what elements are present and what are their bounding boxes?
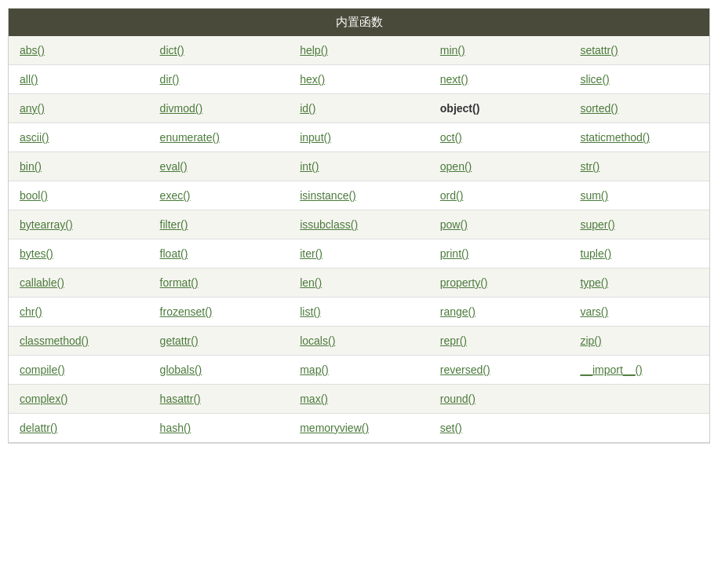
function-link[interactable]: range()	[440, 305, 476, 318]
table-cell: zip()	[569, 327, 709, 356]
function-link[interactable]: bool()	[20, 189, 48, 202]
function-link[interactable]: abs()	[20, 44, 45, 57]
function-link[interactable]: pow()	[440, 218, 468, 231]
function-link[interactable]: all()	[20, 73, 38, 86]
function-link[interactable]: max()	[300, 393, 328, 405]
table-cell: str()	[569, 152, 709, 181]
table-cell: locals()	[289, 327, 429, 356]
function-link[interactable]: __import__()	[580, 363, 642, 376]
function-link[interactable]: delattr()	[20, 422, 57, 434]
function-link[interactable]: bin()	[20, 160, 42, 173]
table-cell: staticmethod()	[569, 123, 709, 152]
table-cell: abs()	[9, 36, 149, 65]
function-link[interactable]: sum()	[580, 189, 608, 202]
table-cell: oct()	[429, 123, 570, 152]
function-link[interactable]: frozenset()	[160, 305, 213, 318]
function-link[interactable]: dir()	[160, 73, 180, 86]
table-cell: super()	[569, 210, 709, 239]
function-link[interactable]: chr()	[20, 305, 42, 318]
function-link[interactable]: getattr()	[160, 334, 199, 347]
function-link[interactable]: exec()	[160, 189, 191, 202]
table-cell: enumerate()	[149, 123, 290, 152]
table-cell: hasattr()	[149, 385, 290, 414]
function-link[interactable]: locals()	[300, 334, 335, 347]
table-cell: int()	[289, 152, 429, 181]
function-link[interactable]: vars()	[580, 305, 608, 318]
function-link[interactable]: super()	[580, 218, 614, 231]
function-link[interactable]: hash()	[160, 422, 191, 434]
function-link[interactable]: compile()	[20, 363, 65, 376]
table-cell: next()	[429, 65, 570, 94]
function-link[interactable]: reversed()	[440, 363, 490, 376]
table-cell: bytearray()	[9, 210, 149, 239]
function-link[interactable]: input()	[300, 131, 331, 144]
function-link[interactable]: filter()	[160, 218, 188, 231]
function-link[interactable]: callable()	[20, 276, 64, 289]
function-link[interactable]: float()	[160, 247, 188, 260]
table-cell: format()	[149, 268, 290, 298]
function-link[interactable]: property()	[440, 276, 488, 289]
function-link[interactable]: help()	[300, 44, 328, 57]
function-link[interactable]: print()	[440, 247, 469, 260]
table-cell: float()	[149, 239, 290, 268]
function-link[interactable]: ord()	[440, 189, 464, 202]
function-link[interactable]: min()	[440, 44, 465, 57]
function-link[interactable]: next()	[440, 73, 468, 86]
function-link[interactable]: len()	[300, 276, 322, 289]
function-link[interactable]: hex()	[300, 73, 325, 86]
table-cell: hex()	[289, 65, 429, 94]
table-cell: compile()	[9, 356, 149, 385]
function-link[interactable]: memoryview()	[300, 422, 369, 434]
function-link[interactable]: type()	[580, 276, 608, 289]
function-link[interactable]: round()	[440, 393, 476, 405]
table-cell: map()	[289, 356, 429, 385]
function-link[interactable]: complex()	[20, 393, 67, 405]
table-row: any()divmod()id()object()sorted()	[9, 94, 709, 123]
function-link[interactable]: any()	[20, 102, 45, 115]
function-link[interactable]: hasattr()	[160, 393, 201, 405]
table-cell	[569, 414, 709, 443]
function-link[interactable]: list()	[300, 305, 320, 318]
function-link[interactable]: bytes()	[20, 247, 53, 260]
function-link[interactable]: slice()	[580, 73, 609, 86]
function-link[interactable]: str()	[580, 160, 600, 173]
function-link[interactable]: oct()	[440, 131, 462, 144]
function-link[interactable]: sorted()	[580, 102, 618, 115]
function-link[interactable]: setattr()	[580, 44, 618, 57]
function-link[interactable]: iter()	[300, 247, 323, 260]
function-link[interactable]: enumerate()	[160, 131, 220, 144]
table-cell: set()	[429, 414, 570, 443]
function-link[interactable]: globals()	[160, 363, 202, 376]
function-link[interactable]: format()	[160, 276, 199, 289]
function-link[interactable]: map()	[300, 363, 329, 376]
table-cell: print()	[429, 239, 570, 268]
table-cell: hash()	[149, 414, 290, 443]
table-row: ascii()enumerate()input()oct()staticmeth…	[9, 123, 709, 152]
table-cell: divmod()	[149, 94, 290, 123]
table-cell: dir()	[149, 65, 290, 94]
function-link[interactable]: tuple()	[580, 247, 611, 260]
table-cell: min()	[429, 36, 570, 65]
function-link[interactable]: zip()	[580, 334, 601, 347]
table-cell: tuple()	[569, 239, 709, 268]
function-link[interactable]: issubclass()	[300, 218, 358, 231]
function-link[interactable]: id()	[300, 102, 315, 115]
function-link[interactable]: dict()	[160, 44, 184, 57]
table-cell: vars()	[569, 298, 709, 327]
functions-grid: abs()dict()help()min()setattr()all()dir(…	[9, 36, 709, 443]
function-link[interactable]: open()	[440, 160, 472, 173]
function-link[interactable]: ascii()	[20, 131, 49, 144]
function-link[interactable]: staticmethod()	[580, 131, 650, 144]
table-row: chr()frozenset()list()range()vars()	[9, 298, 709, 327]
table-row: all()dir()hex()next()slice()	[9, 65, 709, 94]
function-link[interactable]: repr()	[440, 334, 467, 347]
function-link[interactable]: bytearray()	[20, 218, 73, 231]
function-link[interactable]: int()	[300, 160, 319, 173]
function-link[interactable]: isinstance()	[300, 189, 356, 202]
table-cell: memoryview()	[289, 414, 429, 443]
function-link[interactable]: classmethod()	[20, 334, 89, 347]
function-link[interactable]: divmod()	[160, 102, 202, 115]
function-link[interactable]: eval()	[160, 160, 188, 173]
function-link[interactable]: set()	[440, 422, 462, 434]
table-cell: bin()	[9, 152, 149, 181]
